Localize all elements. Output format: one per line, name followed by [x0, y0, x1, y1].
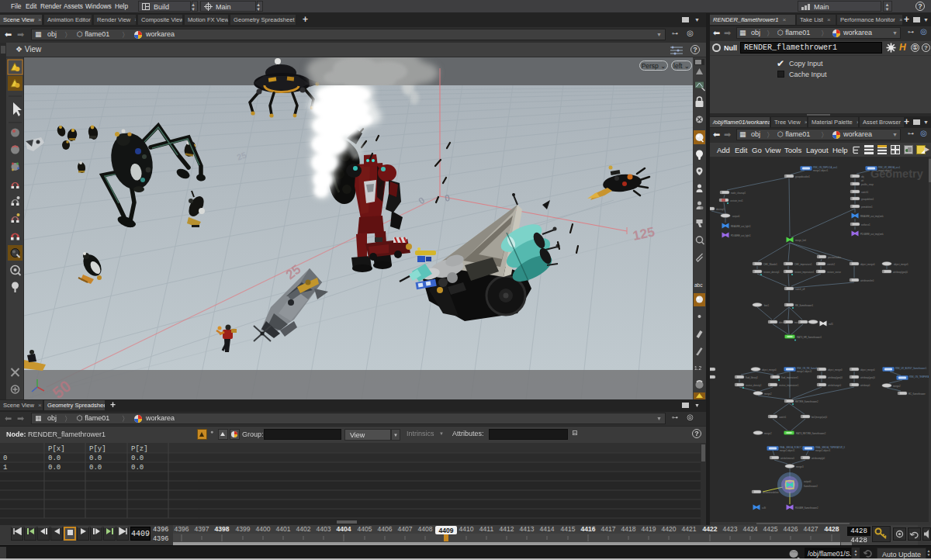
svg-text:RE_flamethrower1: RE_flamethrower1: [795, 304, 814, 307]
svg-text:restrse_density1: restrse_density1: [746, 384, 762, 387]
svg-text:attribvop0: attribvop0: [860, 384, 870, 387]
svg-text:node_cleanup1: node_cleanup1: [731, 192, 746, 195]
svg-text:4417: 4417: [601, 525, 616, 533]
svg-text:RNK_UR_BURST_flamethrower1: RNK_UR_BURST_flamethrower1: [895, 367, 927, 370]
svg-text:sc8t: sc8t: [762, 506, 766, 510]
svg-text:0.0: 0.0: [131, 455, 144, 462]
svg-text:4399: 4399: [236, 525, 251, 533]
svg-text:CHK_tmperature1: CHK_tmperature1: [794, 263, 812, 266]
svg-text:REAGRE_out_light1: REAGRE_out_light1: [731, 225, 751, 228]
svg-text:prolific_snap: prolific_snap: [861, 183, 874, 186]
svg-text:4415: 4415: [561, 525, 576, 533]
svg-text:box1: box1: [764, 304, 770, 307]
svg-text:merge2: merge2: [893, 385, 901, 388]
svg-text:PDGBRE_out_tmp(smk: PDGBRE_out_tmp(smk: [860, 233, 884, 236]
svg-text:output0: output0: [804, 480, 812, 483]
svg-text:object_merge0: object_merge0: [860, 368, 875, 372]
svg-text:RGGBR_flamethrower2: RGGBR_flamethrower2: [795, 506, 819, 510]
svg-text:P[x]: P[x]: [48, 445, 65, 453]
svg-text:fluid_tmperature1: fluid_tmperature1: [781, 376, 798, 379]
svg-text:4401: 4401: [276, 525, 291, 533]
svg-text:RATS_HR_flamethrower1: RATS_HR_flamethrower1: [797, 336, 822, 339]
svg-text:switch1: switch1: [779, 416, 787, 419]
svg-text:P[y]: P[y]: [89, 445, 106, 453]
svg-text:null1: null1: [829, 323, 833, 326]
svg-text:switch1: switch1: [861, 191, 869, 194]
svg-text:attribcomp(p0: attribcomp(p0: [812, 457, 825, 460]
svg-text:abc: abc: [694, 282, 703, 288]
svg-text:4396: 4396: [175, 525, 189, 533]
svg-text:fluid_library1: fluid_library1: [746, 376, 758, 379]
svg-text:merge2: merge2: [764, 392, 772, 396]
svg-text:positionradius: positionradius: [828, 256, 842, 259]
svg-text:4398: 4398: [215, 525, 230, 533]
svg-text:attribchimera0: attribchimera0: [780, 457, 794, 460]
svg-text:primdelete1: primdelete1: [861, 206, 873, 209]
svg-text:0.0: 0.0: [48, 464, 61, 472]
svg-text:extforce1: extforce1: [861, 223, 870, 226]
svg-text:output0: output0: [732, 215, 740, 218]
svg-text:flamethrower2: flamethrower2: [804, 485, 818, 488]
svg-text:4405: 4405: [358, 525, 372, 533]
svg-text:4423: 4423: [723, 525, 738, 533]
svg-text:4421: 4421: [682, 525, 697, 533]
svg-text:merge1 object1: merge1 object1: [780, 449, 795, 452]
svg-text:merge_kml: merge_kml: [795, 239, 806, 242]
svg-text:CHK_Wande1: CHK_Wande1: [763, 263, 777, 266]
svg-text:uvstate_test1: uvstate_test1: [730, 199, 743, 202]
svg-text:be1(merge(an)0: be1(merge(an)0: [812, 416, 827, 419]
svg-text:obj: obj: [861, 175, 864, 178]
svg-text:att: att: [861, 179, 864, 182]
svg-text:restore_vector: restore_vector: [827, 271, 841, 274]
svg-text:merge1 object1: merge1 object1: [813, 169, 829, 172]
svg-text:4406: 4406: [378, 525, 393, 533]
svg-text:4409: 4409: [439, 527, 454, 534]
svg-text:restore_tmperature1: restore_tmperature1: [794, 271, 815, 274]
svg-text:object_merge0: object_merge0: [860, 263, 875, 266]
svg-text:object_merge0: object_merge0: [828, 368, 843, 372]
svg-text:destroy1: destroy1: [716, 208, 725, 211]
svg-text:4407: 4407: [398, 525, 413, 533]
svg-text:0.0: 0.0: [89, 464, 102, 472]
svg-text:REAGRE_out_tmp(smk: REAGRE_out_tmp(smk: [860, 215, 884, 218]
svg-text:attribvop(geo)0: attribvop(geo)0: [828, 376, 843, 379]
svg-text:0.0: 0.0: [89, 455, 102, 462]
svg-text:0.0: 0.0: [131, 464, 144, 472]
svg-text:4400: 4400: [256, 525, 271, 533]
svg-text:attribnoisedelete: attribnoisedelete: [763, 491, 779, 494]
svg-text:4416: 4416: [581, 525, 596, 533]
svg-text:4425: 4425: [763, 525, 778, 533]
svg-text:merge1 object1: merge1 object1: [797, 370, 812, 373]
svg-text:attribvop(geo)0: attribvop(geo)0: [893, 271, 908, 274]
svg-text:groupdelete1: groupdelete1: [861, 198, 874, 201]
svg-text:RETIRE_flamethrower2: RETIRE_flamethrower2: [795, 400, 819, 403]
svg-text:4412: 4412: [500, 525, 514, 533]
svg-text:4422: 4422: [703, 525, 718, 533]
svg-text:1.2: 1.2: [694, 365, 701, 371]
svg-text:groupdissolve1: groupdissolve1: [795, 175, 810, 178]
svg-text:switch_off: switch_off: [795, 288, 805, 291]
svg-text:merge2: merge2: [764, 432, 772, 435]
svg-text:4413: 4413: [520, 525, 535, 533]
svg-text:1: 1: [3, 464, 7, 472]
svg-text:attribtransfer0: attribtransfer0: [860, 279, 874, 282]
svg-text:4403: 4403: [317, 525, 331, 533]
svg-text:4426: 4426: [784, 525, 798, 533]
svg-text:4428: 4428: [825, 525, 839, 533]
svg-text:4397: 4397: [195, 525, 209, 533]
svg-text:0: 0: [3, 455, 7, 462]
svg-text:4420: 4420: [662, 525, 677, 533]
svg-text:stretch2: stretch2: [827, 263, 835, 266]
svg-text:merge1 object1: merge1 object1: [815, 449, 831, 452]
svg-text:P[z]: P[z]: [131, 445, 148, 453]
svg-text:restrse_tmperature1: restrse_tmperature1: [779, 384, 799, 387]
svg-text:attribchange0: attribchange0: [828, 384, 841, 387]
svg-text:4410: 4410: [459, 525, 474, 533]
svg-text:RC_flamethrower: RC_flamethrower: [909, 392, 926, 396]
svg-text:4411: 4411: [479, 525, 494, 533]
svg-text:attribvop(geo)0: attribvop(geo)0: [860, 376, 875, 379]
svg-text:merge3: merge3: [796, 465, 804, 468]
svg-text:4402: 4402: [296, 525, 311, 533]
svg-text:object_merge5: object_merge5: [894, 263, 909, 266]
svg-text:import object1: import object1: [878, 169, 892, 172]
